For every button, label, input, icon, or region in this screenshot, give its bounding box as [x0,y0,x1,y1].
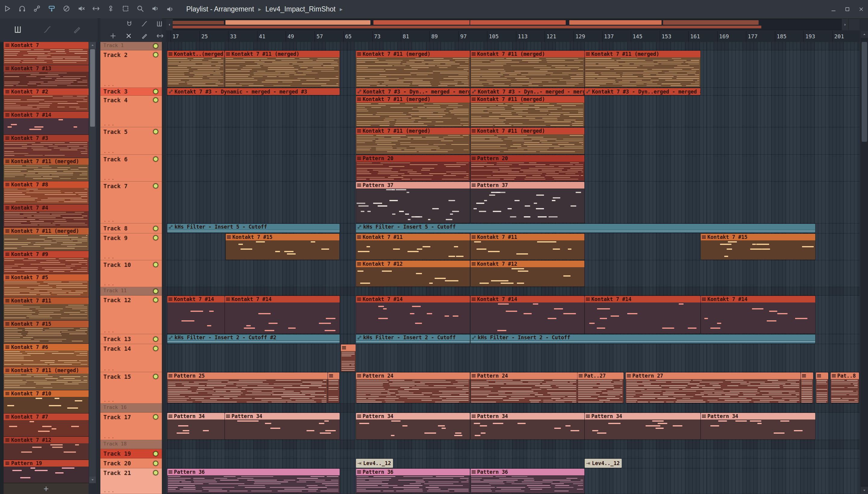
track-header-9[interactable]: Track 9··· [100,233,162,260]
vertical-scrollbar[interactable] [861,31,868,494]
scroll-down-icon[interactable] [861,487,868,494]
track-enable-led[interactable] [153,89,158,94]
minimize-button[interactable] [826,0,840,18]
pattern-list-item[interactable]: Pattern 19 [4,460,88,483]
clip-kontakt-7-12[interactable]: Kontakt 7 #12 [356,261,470,286]
track-enable-led[interactable] [153,235,158,240]
clip-kontakt-7-14[interactable]: Kontakt 7 #14 [471,296,585,334]
track-header-6[interactable]: Track 6··· [100,155,162,182]
clip-kontakt-7-3-dynamic-merged-merged-3[interactable]: Kontakt 7 #3 - Dynamic - merged - merged… [167,88,340,95]
track-enable-led[interactable] [153,43,158,49]
scroll-left-icon[interactable] [166,19,173,30]
mute-icon[interactable] [77,5,85,12]
zoom-icon[interactable] [137,5,144,12]
track-enable-led[interactable] [153,374,158,379]
clip-pattern-34[interactable]: Pattern 34 [167,413,224,439]
draw-icon[interactable] [72,25,81,34]
track-resize-grip[interactable]: ··· [103,489,115,494]
clip-kontakt-7-11-merged[interactable]: Kontakt 7 #11 (merged) [471,96,585,127]
scroll-down-icon[interactable] [89,476,96,483]
clip-kontakt-7-12[interactable]: Kontakt 7 #12 [471,261,585,286]
track-enable-led[interactable] [153,289,158,294]
track-enable-led[interactable] [153,297,158,303]
track-enable-led[interactable] [153,52,158,57]
brush-icon[interactable] [48,5,56,12]
clip-pattern-37[interactable]: Pattern 37 [356,182,470,223]
slide-icon[interactable] [141,20,148,27]
overview-strip[interactable] [173,19,842,30]
clip-pattern-34[interactable]: Pattern 34 [225,413,340,439]
track-header-19[interactable]: Track 19 [100,449,162,458]
track-header-13[interactable]: Track 13 [100,334,162,344]
pattern-list-item[interactable]: Kontakt 7 #9 [4,251,88,274]
track-header-7[interactable]: Track 7··· [100,182,162,224]
clip-pattern-36[interactable]: Pattern 36 [167,469,340,493]
pattern-list-item[interactable]: Kontakt 7 #14 [4,112,88,134]
clip-pattern-34[interactable]: Pattern 34 [585,413,701,439]
track-enable-led[interactable] [153,461,158,466]
pattern-list-item[interactable]: Kontakt 7 #11 [4,297,88,320]
track-header-15[interactable]: Track 15··· [100,372,162,403]
pattern-list-item[interactable]: Kontakt 7 #7 [4,414,88,436]
track-header-8[interactable]: Track 8 [100,224,162,233]
track-enable-led[interactable] [153,226,158,231]
touch-icon[interactable] [107,5,115,12]
track-header-2[interactable]: Track 2··· [100,50,162,88]
close-button[interactable] [854,0,868,18]
pencil-icon[interactable] [141,32,148,39]
track-header-14[interactable]: Track 14··· [100,344,162,372]
marquee-icon[interactable] [122,5,129,12]
scrollbar-thumb[interactable] [90,49,95,127]
clip-kontakt-7-11-merged[interactable]: Kontakt 7 #11 (merged) [356,128,470,154]
pattern-list-item[interactable]: Kontakt 7 #4 [4,205,88,227]
track-header-1[interactable]: Track 1 [100,42,162,50]
track-enable-led[interactable] [153,451,158,456]
grid-icon[interactable] [156,20,163,27]
track-enable-led[interactable] [153,156,158,162]
clip-pattern-20[interactable]: Pattern 20 [471,155,585,181]
clip-pattern-34[interactable]: Pattern 34 [356,413,470,439]
page-title-document[interactable]: Lev4_Impact_RimShot [265,5,336,13]
track-enable-led[interactable] [153,346,158,351]
clip-pattern-34[interactable]: Pattern 34 [701,413,815,439]
picker-grid-icon[interactable] [13,25,22,34]
clip-kontakt-7-11-merged[interactable]: Kontakt 7 #11 (merged) [471,51,585,87]
maximize-button[interactable] [840,0,854,18]
pattern-list-item[interactable]: Kontakt 7 #2 [4,88,88,111]
ban-icon[interactable] [63,5,70,12]
clip-khs-filter-insert-5-cutoff[interactable]: kHs Filter - Insert 5 - Cutoff [356,224,815,233]
clip-khs-filter-insert-5-cutoff[interactable]: kHs Filter - Insert 5 - Cutoff [167,224,340,233]
pattern-list-item[interactable]: Kontakt 7 #8 [4,181,88,204]
timeline-ruler[interactable]: 1725334149576573818997105113121129137145… [166,31,860,42]
pattern-list-item[interactable]: Kontakt 7 #11 (merged) [4,367,88,390]
monitor-volume-icon[interactable] [166,5,174,13]
clip-unnamed[interactable] [328,373,339,403]
clip-kontakt-7-3-dyn-merged-merged[interactable]: Kontakt 7 #3 - Dyn..- merged - merged [471,88,585,95]
clip-pattern-20[interactable]: Pattern 20 [356,155,470,181]
clip-kontakt-7-3-dyn-merged-merged[interactable]: Kontakt 7 #3 - Dyn..- merged - merged [356,88,470,95]
clip-kontakt-7-11[interactable]: Kontakt 7 #11 [356,234,470,260]
scroll-up-icon[interactable] [89,42,96,49]
clip-pattern-24[interactable]: Pattern 24 [471,373,577,403]
scroll-up-icon[interactable] [861,31,868,38]
pattern-list-item[interactable]: Kontakt 7 #15 [4,321,88,343]
track-header-4[interactable]: Track 4··· [100,96,162,127]
track-enable-led[interactable] [153,97,158,102]
pattern-panel-scrollbar[interactable] [89,42,96,483]
playlist-grid[interactable]: Kontakt..(merged)Kontakt 7 #11 (merged)K… [166,42,860,494]
swap-icon[interactable] [156,32,164,39]
pattern-list-item[interactable]: Kontakt 7 #11 (merged) [4,158,88,181]
track-header-17[interactable]: Track 17··· [100,413,162,440]
clip-khs-filter-insert-2-cutoff[interactable]: kHs Filter - Insert 2 - Cutoff [471,335,815,343]
clip-kontakt-7-11[interactable]: Kontakt 7 #11 [471,234,585,260]
play-icon[interactable] [4,5,11,12]
clip-khs-filter-insert-2-cutoff[interactable]: kHs Filter - Insert 2 - Cutoff [356,335,470,343]
clip-pattern-27[interactable]: Pattern 27 [626,373,801,403]
track-enable-led[interactable] [153,129,158,134]
cut-icon[interactable] [125,32,132,39]
arrangement-overview-scrollbar[interactable] [166,19,860,30]
track-enable-led[interactable] [153,183,158,189]
pattern-list-item[interactable]: Kontakt 7 #3 [4,135,88,158]
headphones-icon[interactable] [18,5,26,12]
plus-icon[interactable] [110,32,117,39]
